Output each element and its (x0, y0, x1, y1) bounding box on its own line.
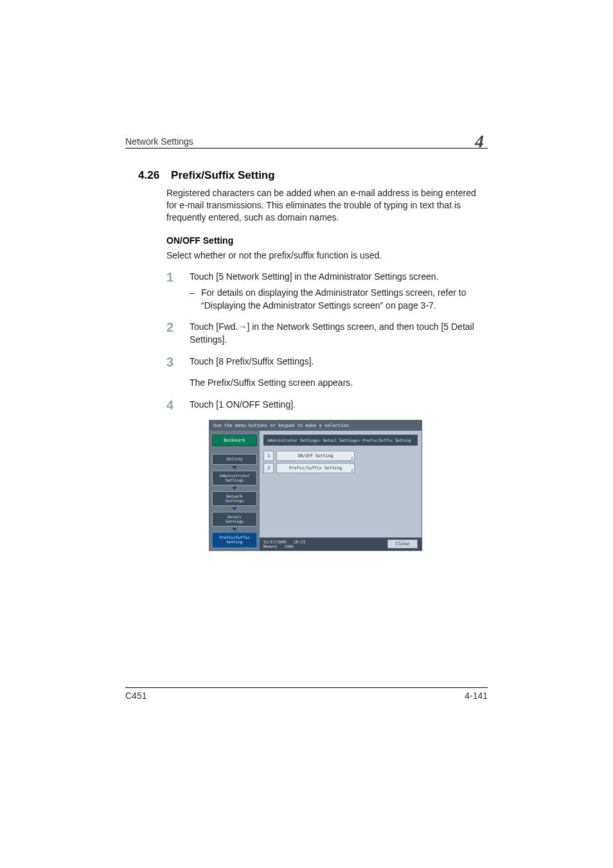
page-footer: C451 4-141 (125, 687, 488, 701)
step-4: 4 Touch [1 ON/OFF Setting]. (166, 399, 488, 411)
panel-sidebar: Bookmark Utility AdministratorSettings N… (209, 431, 260, 550)
subsection-desc: Select whether or not the prefix/suffix … (166, 249, 488, 262)
chevron-down-icon (232, 466, 237, 469)
footer-model: C451 (125, 691, 147, 701)
onoff-setting-button[interactable]: ON/OFF Setting (276, 451, 355, 461)
step-number: 2 (166, 318, 173, 336)
right-arrow-icon: → (238, 321, 247, 332)
footer-memory-label: Memory (263, 544, 278, 548)
section-title: Prefix/Suffix Setting (171, 169, 275, 182)
close-button[interactable]: Close (387, 539, 418, 548)
footer-page: 4-141 (465, 691, 488, 701)
panel-hint: Use the menu buttons or keypad to make a… (209, 420, 422, 431)
section-intro: Registered characters can be added when … (166, 187, 488, 224)
menu-row-2: 2 Prefix/Suffix Setting (263, 463, 418, 473)
step-number: 3 (166, 353, 173, 371)
bookmark-button[interactable]: Bookmark (212, 435, 257, 446)
prefix-suffix-setting-button[interactable]: Prefix/Suffix Setting (276, 463, 355, 473)
step-text: Touch [5 Network Setting] in the Adminis… (190, 271, 439, 282)
breadcrumb-bar: Administrator Settings> Detail Settings>… (263, 435, 418, 446)
menu-index-1: 1 (263, 451, 274, 461)
footer-date: 11/17/2006 (263, 539, 287, 544)
header-section-name: Network Settings (125, 136, 193, 147)
menu-index-2: 2 (263, 463, 274, 473)
menu-row-1: 1 ON/OFF Setting (263, 451, 418, 461)
panel-main: Administrator Settings> Detail Settings>… (260, 431, 422, 550)
footer-time: 18:23 (294, 539, 305, 544)
step-text: Touch [8 Prefix/Suffix Settings]. (190, 356, 314, 366)
step-number: 1 (166, 268, 173, 286)
step-2: 2 Touch [Fwd.→] in the Network Settings … (166, 321, 488, 346)
crumb-utility[interactable]: Utility (212, 454, 257, 465)
subsection-title: ON/OFF Setting (166, 235, 488, 246)
procedure-steps-cont: 4 Touch [1 ON/OFF Setting]. (166, 399, 488, 411)
step-1: 1 Touch [5 Network Setting] in the Admin… (166, 271, 488, 312)
chevron-down-icon (232, 487, 237, 490)
section-heading: 4.26 Prefix/Suffix Setting (125, 169, 488, 182)
crumb-prefix-suffix[interactable]: Prefix/SuffixSetting (212, 532, 257, 547)
step-number: 4 (166, 396, 173, 414)
step-subnote: For details on displaying the Administra… (190, 287, 488, 312)
procedure-steps: 1 Touch [5 Network Setting] in the Admin… (166, 271, 488, 368)
printer-panel: Use the menu buttons or keypad to make a… (209, 420, 422, 550)
panel-footer: 11/17/2006 18:23 Memory 100% Close (260, 538, 422, 550)
crumb-network-settings[interactable]: NetworkSettings (212, 491, 257, 506)
embedded-screenshot: Use the menu buttons or keypad to make a… (209, 420, 421, 550)
header-chapter-number: 4 (471, 132, 488, 150)
chevron-down-icon (232, 528, 237, 531)
footer-memory-value: 100% (285, 544, 294, 548)
section-number: 4.26 (138, 169, 159, 182)
crumb-admin-settings[interactable]: AdministratorSettings (212, 471, 257, 485)
step-3: 3 Touch [8 Prefix/Suffix Settings]. (166, 356, 488, 368)
page-header: Network Settings 4 (125, 129, 488, 149)
step-3-result: The Prefix/Suffix Setting screen appears… (190, 377, 488, 390)
chevron-down-icon (232, 507, 237, 511)
menu-area: 1 ON/OFF Setting 2 Prefix/Suffix Setting (260, 449, 422, 537)
step-text-part-a: Touch [Fwd. (190, 321, 238, 332)
crumb-detail-settings[interactable]: DetailSettings (212, 512, 257, 527)
step-text: Touch [1 ON/OFF Setting]. (190, 399, 296, 410)
footer-status: 11/17/2006 18:23 Memory 100% (263, 539, 305, 548)
